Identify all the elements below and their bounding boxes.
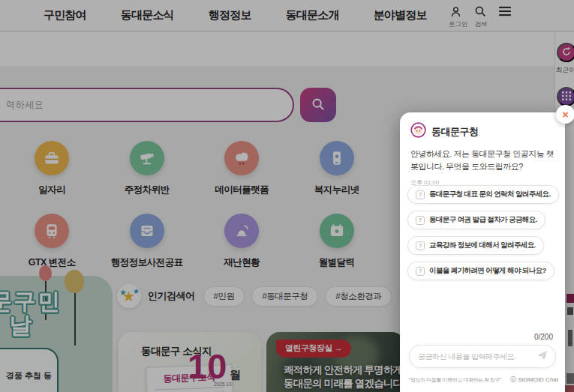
chatbot-close-button[interactable]: × xyxy=(556,105,574,124)
send-button[interactable] xyxy=(536,349,548,364)
chatbot-footer: “당신의 마음을 이해하고 대화하는 AI 친구” ⓒ SIGMOID Chat xyxy=(409,376,558,384)
chatbot-title: 동대문구청 xyxy=(431,125,479,139)
chatbot-quick-replies: ? 동대문구청 대표 문의 연락처 알려주세요. ? 동대문구 여권 발급 절차… xyxy=(407,185,559,280)
paper-plane-icon xyxy=(536,349,548,364)
footer-brand: ⓒ SIGMOID Chat xyxy=(510,376,558,384)
page: 구민참여 동대문소식 행정정보 동대문소개 분야별정보 로그인 검색 xyxy=(0,0,574,392)
quick-reply-label: 동대문구청 대표 문의 연락처 알려주세요. xyxy=(429,190,551,199)
chatbot-header: 동대문구청 xyxy=(400,112,565,141)
footer-quote: “당신의 마음을 이해하고 대화하는 AI 친구” xyxy=(409,376,501,384)
chat-input-container xyxy=(409,345,556,368)
question-icon: ? xyxy=(416,216,425,225)
chatbot-panel: 동대문구청 안녕하세요. 저는 동대문구청 인공지능 챗봇입니다. 무엇을 도와… xyxy=(400,112,565,392)
char-counter: 0/200 xyxy=(534,333,553,341)
quick-reply-education[interactable]: ? 교육강좌 정보에 대해서 알려주세요. xyxy=(407,236,544,255)
question-icon: ? xyxy=(416,267,425,276)
quick-reply-label: 이불을 폐기하려면 어떻게 해야 되나요? xyxy=(429,266,546,276)
quick-reply-passport[interactable]: ? 동대문구 여권 발급 절차가 궁금해요. xyxy=(407,211,545,229)
chatbot-greeting: 안녕하세요. 저는 동대문구청 인공지능 챗봇입니다. 무엇을 도와드릴까요? xyxy=(410,148,554,173)
quick-reply-label: 동대문구 여권 발급 절차가 궁금해요. xyxy=(429,215,537,225)
chatbot-avatar xyxy=(410,122,426,141)
question-icon: ? xyxy=(416,190,425,199)
quick-reply-disposal[interactable]: ? 이불을 폐기하려면 어떻게 해야 되나요? xyxy=(407,262,554,280)
quick-reply-contact[interactable]: ? 동대문구청 대표 문의 연락처 알려주세요. xyxy=(407,185,559,204)
quick-reply-label: 교육강좌 정보에 대해서 알려주세요. xyxy=(429,241,536,250)
chat-message-input[interactable] xyxy=(418,352,536,361)
question-icon: ? xyxy=(416,241,425,250)
